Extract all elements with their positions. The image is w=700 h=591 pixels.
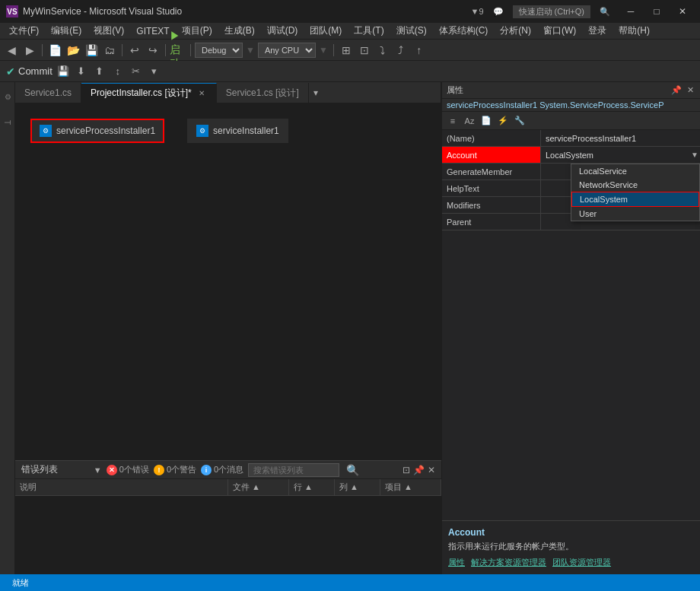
error-search-btn[interactable]: 🔍	[344, 462, 361, 478]
props-link-team-explorer[interactable]: 团队资源管理器	[552, 557, 611, 568]
status-ready[interactable]: 就绪	[6, 577, 35, 589]
new-file-btn[interactable]: 📄	[46, 42, 63, 59]
dropdown-localservice[interactable]: LocalService	[571, 164, 699, 178]
menu-arch[interactable]: 体系结构(C)	[433, 23, 495, 39]
back-btn[interactable]: ◀	[3, 42, 20, 59]
component-label-1: serviceProcessInstaller1	[56, 126, 155, 136]
quick-launch[interactable]: 快速启动 (Ctrl+Q)	[513, 5, 590, 18]
tab-projectinstaller[interactable]: ProjectInstaller.cs [设计]* ✕	[81, 83, 217, 103]
menu-analyze[interactable]: 分析(N)	[494, 23, 537, 39]
panel-dock-btn[interactable]: ⊡	[402, 465, 410, 475]
props-refresh-btn[interactable]: 🔧	[512, 113, 527, 129]
platform-sep: ▼	[317, 45, 329, 56]
step-in-btn[interactable]: ⤴	[393, 42, 409, 59]
error-filter-messages[interactable]: i 0个消息	[201, 464, 243, 475]
commit-btn-5[interactable]: ✂	[129, 64, 144, 79]
props-cat-btn[interactable]: ≡	[445, 113, 460, 129]
account-value-text: LocalSystem	[546, 151, 593, 160]
props-row-name[interactable]: (Name) serviceProcessInstaller1	[442, 130, 700, 147]
dropdown-networkservice[interactable]: NetworkService	[571, 178, 699, 192]
menu-view[interactable]: 视图(V)	[88, 23, 130, 39]
props-cell-name-value[interactable]: serviceProcessInstaller1	[541, 130, 700, 146]
panel-controls: ⊡ 📌 ✕	[402, 465, 435, 475]
tab-label: ProjectInstaller.cs [设计]*	[91, 87, 192, 100]
menu-team[interactable]: 团队(M)	[304, 23, 348, 39]
props-row-account[interactable]: Account LocalSystem ▼ LocalService Netwo…	[442, 147, 700, 164]
error-filter-warnings[interactable]: ! 0个警告	[154, 464, 196, 475]
vs-logo: VS	[6, 5, 18, 17]
layout-btn[interactable]: ⊞	[338, 42, 355, 59]
error-search-input[interactable]	[248, 463, 339, 477]
redo-btn[interactable]: ↪	[145, 42, 161, 59]
props-cell-modifiers-label: Modifiers	[442, 197, 541, 213]
menu-debug[interactable]: 调试(D)	[261, 23, 304, 39]
commit-btn-3[interactable]: ⬆	[92, 64, 107, 79]
minimize-button[interactable]: ─	[619, 4, 642, 19]
close-button[interactable]: ✕	[671, 4, 694, 19]
config-dropdown[interactable]: Debug	[195, 43, 243, 58]
menu-help[interactable]: 帮助(H)	[612, 23, 656, 39]
side-icon-1[interactable]: ⚙	[2, 85, 14, 108]
service-installer-component[interactable]: ⚙ serviceInstaller1	[187, 119, 288, 143]
tabs-bar: Service1.cs ProjectInstaller.cs [设计]* ✕ …	[15, 82, 441, 103]
menu-window[interactable]: 窗口(W)	[537, 23, 582, 39]
props-alpha-btn[interactable]: Az	[462, 113, 477, 129]
props-pin-btn[interactable]: 📌	[671, 85, 682, 96]
dropdown-localsystem[interactable]: LocalSystem	[571, 192, 699, 207]
title-bar-right: ▼9 💬 快速启动 (Ctrl+Q) 🔍 ─ □ ✕	[471, 4, 695, 19]
menu-login[interactable]: 登录	[582, 23, 612, 39]
tab-close-btn[interactable]: ✕	[196, 88, 207, 99]
breakpoint-btn[interactable]: ⊡	[356, 42, 373, 59]
props-link-properties[interactable]: 属性	[448, 557, 465, 568]
service-process-installer-component[interactable]: ⚙ serviceProcessInstaller1	[30, 119, 164, 143]
error-col-file[interactable]: 文件 ▲	[228, 479, 289, 495]
commit-btn-2[interactable]: ⬇	[74, 64, 89, 79]
menu-test[interactable]: 测试(S)	[390, 23, 433, 39]
props-panel-title: 属性	[447, 84, 671, 96]
tab-overflow-btn[interactable]: ▾	[309, 87, 323, 98]
error-count-icon: ✕	[107, 465, 117, 475]
filter-icon: ▼	[94, 465, 102, 475]
commit-label[interactable]: Commit	[18, 65, 52, 77]
designer-area[interactable]: ⚙ serviceProcessInstaller1 ⚙ serviceInst…	[15, 103, 441, 460]
menu-gitext[interactable]: GITEXT	[130, 24, 175, 38]
step-out-btn[interactable]: ↑	[411, 42, 428, 59]
tab-service1cs[interactable]: Service1.cs	[15, 83, 81, 103]
forward-btn[interactable]: ▶	[21, 42, 38, 59]
props-cell-account-value[interactable]: LocalSystem ▼	[541, 147, 700, 163]
panel-close-btn[interactable]: ✕	[428, 465, 435, 475]
props-cell-parent-label: Parent	[442, 214, 541, 230]
error-col-desc[interactable]: 说明	[15, 479, 228, 495]
error-col-line[interactable]: 行 ▲	[289, 479, 335, 495]
undo-btn[interactable]: ↩	[126, 42, 143, 59]
account-dropdown-arrow[interactable]: ▼	[691, 151, 698, 159]
props-page-btn[interactable]: 📄	[479, 113, 494, 129]
commit-btn-1[interactable]: 💾	[56, 64, 71, 79]
start-btn[interactable]: ▶ 启动	[170, 42, 186, 59]
restore-button[interactable]: □	[645, 4, 668, 19]
panel-pin-btn[interactable]: 📌	[413, 465, 425, 475]
platform-dropdown[interactable]: Any CPU	[258, 43, 316, 58]
props-close-btn[interactable]: ✕	[685, 85, 695, 96]
step-over-btn[interactable]: ⤵	[374, 42, 391, 59]
menu-edit[interactable]: 编辑(E)	[45, 23, 88, 39]
error-filter-errors[interactable]: ✕ 0个错误	[107, 464, 149, 475]
save-all-btn[interactable]: 🗂	[101, 42, 118, 59]
menu-build[interactable]: 生成(B)	[218, 23, 261, 39]
commit-btn-6[interactable]: ▾	[147, 64, 162, 79]
error-filter-toggle[interactable]: ▼	[94, 465, 102, 475]
menu-tools[interactable]: 工具(T)	[348, 23, 390, 39]
props-bottom-title: Account	[448, 527, 694, 538]
save-btn[interactable]: 💾	[83, 42, 100, 59]
commit-btn-4[interactable]: ↕	[110, 64, 126, 79]
props-event-btn[interactable]: ⚡	[495, 113, 511, 129]
error-col-col[interactable]: 列 ▲	[335, 479, 380, 495]
side-icon-2[interactable]: T	[2, 111, 14, 134]
open-btn[interactable]: 📂	[65, 42, 81, 59]
error-col-project[interactable]: 项目 ▲	[380, 479, 441, 495]
props-link-solution-explorer[interactable]: 解决方案资源管理器	[471, 557, 546, 568]
tab-service1cs-design[interactable]: Service1.cs [设计]	[217, 83, 309, 103]
menu-file[interactable]: 文件(F)	[3, 23, 45, 39]
dropdown-user[interactable]: User	[571, 207, 699, 221]
error-panel-header: 错误列表 ▼ ✕ 0个错误 ! 0个警告	[15, 461, 441, 479]
